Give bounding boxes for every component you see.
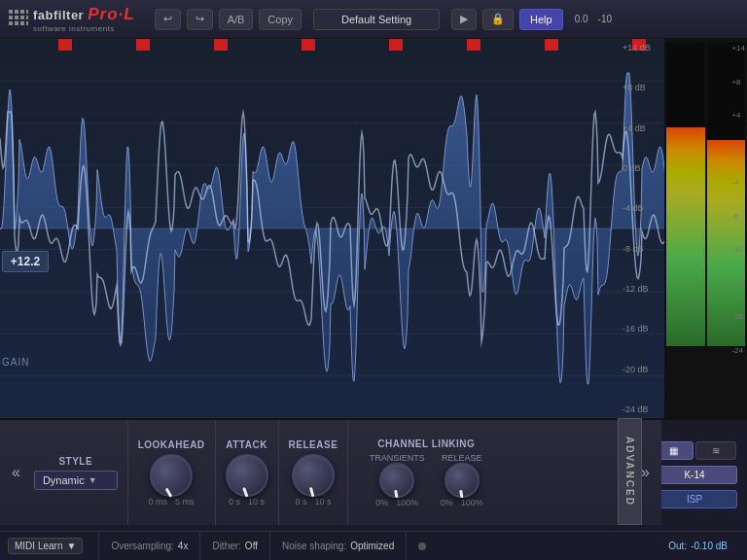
release-knob-container: 0 s 10 s [292,454,335,507]
status-dot-area [407,532,438,560]
attack-knob[interactable] [226,454,268,497]
gain-value[interactable]: +12.2 [2,251,49,272]
dither-value: Off [245,541,258,551]
db-label-0: 0 dB [622,163,661,173]
db-label-n24: -24 dB [622,404,661,414]
release-group: RELEASE 0 s 10 s [279,420,349,525]
svg-rect-8 [9,21,13,25]
db-label-8: +8 dB [622,83,661,92]
play-button[interactable]: ▶ [451,9,477,30]
lookahead-min: 0 ms [149,497,168,507]
help-button[interactable]: Help [519,9,563,30]
lookahead-knob[interactable] [150,454,193,497]
release-label: RELEASE [289,439,338,450]
release-knob[interactable] [292,454,335,497]
subtitle-text: software instruments [33,24,115,33]
preset-selector[interactable]: Default Setting [313,9,440,30]
lookahead-group: LOOKAHEAD 0 ms 5 ms [128,420,216,525]
style-label: STYLE [58,456,92,467]
midi-learn-label: MIDI Learn [15,541,62,551]
transients-min: 0% [375,498,388,508]
attack-label: ATTACK [226,439,267,450]
oversampling-area: Oversampling: 4x [99,532,200,560]
svg-rect-1 [15,10,18,14]
db-label-14: +14 dB [622,43,661,52]
ab-button[interactable]: A/B [219,9,254,30]
transients-knob[interactable] [379,463,414,498]
noise-shaping-value: Optimized [350,541,394,551]
db-label-n16: -16 dB [622,324,661,333]
noise-shaping-label: Noise shaping: [282,541,346,551]
advanced-button[interactable]: ADVANCED [618,418,642,525]
noise-shaping-area: Noise shaping: Optimized [270,532,407,560]
transients-max: 100% [396,498,418,508]
midi-learn-arrow: ▼ [66,541,76,551]
svg-rect-10 [20,21,24,25]
lookahead-range: 0 ms 5 ms [149,497,195,507]
attack-min: 0 s [229,497,240,507]
db-label-n20: -20 dB [622,365,661,374]
status-indicator [418,542,426,550]
release2-max: 100% [461,498,483,508]
db-label-n12: -12 dB [622,284,661,294]
waveform-canvas [0,39,698,418]
style-value: Dynamic [43,474,85,486]
preset-name: Default Setting [341,14,411,25]
db-labels: +14 dB +8 dB +4 dB 0 dB -4 dB -8 dB -12 … [622,39,661,418]
lookahead-label: LOOKAHEAD [138,439,205,450]
gain-label: GAIN [2,357,29,368]
release-max: 10 s [314,497,331,507]
attack-group: ATTACK 0 s 10 s [216,420,279,525]
k14-button[interactable]: K-14 [652,466,737,484]
attack-range: 0 s 10 s [229,497,265,507]
oversampling-value: 4x [178,541,189,551]
redo-button[interactable]: ↪ [187,9,213,30]
attack-max: 10 s [248,497,265,507]
nav-left-arrow[interactable]: « [8,464,24,481]
out-value: -0.10 dB [691,541,728,551]
transients-container: TRANSIENTS 0% 100% [370,453,425,508]
channel-linking-group: CHANNEL LINKING TRANSIENTS 0% 100% RELEA… [348,420,504,525]
dither-label: Dither: [212,541,240,551]
wave-view-button[interactable]: ≋ [695,441,736,460]
lock-button[interactable]: 🔒 [482,9,514,30]
dither-area: Dither: Off [200,532,270,560]
db-label-n4: -4 dB [622,203,661,213]
svg-rect-5 [15,16,18,19]
db-label-n8: -8 dB [622,244,661,254]
release2-knob[interactable] [445,463,480,498]
svg-rect-9 [15,21,18,25]
style-dropdown-arrow: ▼ [89,475,97,485]
oversampling-label: Oversampling: [111,541,173,551]
svg-rect-6 [20,16,24,19]
style-group: STYLE Dynamic ▼ [24,420,128,525]
brand-text: fabfilter [33,8,84,22]
midi-learn-button[interactable]: MIDI Learn ▼ [8,538,83,554]
transients-sublabel: TRANSIENTS [370,453,425,463]
attack-knob-container: 0 s 10 s [226,454,268,507]
meter-header-label2: -10 [598,14,612,24]
isp-button[interactable]: ISP [652,490,737,508]
release-range: 0 s 10 s [295,497,331,507]
logo-area: fabfilter Pro·L software instruments [33,5,135,33]
svg-rect-3 [26,10,28,14]
header-controls: ↩ ↪ A/B Copy Default Setting ▶ 🔒 [155,9,514,30]
style-dropdown[interactable]: Dynamic ▼ [34,471,118,490]
lookahead-max: 5 ms [175,497,195,507]
svg-rect-0 [9,10,13,14]
header: fabfilter Pro·L software instruments ↩ ↪… [0,0,747,39]
channel-linking-label: CHANNEL LINKING [377,438,475,449]
release2-container: RELEASE 0% 100% [441,453,483,508]
undo-button[interactable]: ↩ [155,9,181,30]
db-label-4: +4 dB [622,123,661,133]
release-min: 0 s [295,497,306,507]
release2-sublabel: RELEASE [442,453,482,463]
svg-rect-11 [26,21,28,25]
meter-header-label1: 0.0 [575,14,588,24]
svg-rect-4 [9,16,13,19]
copy-button[interactable]: Copy [259,9,302,30]
product-text: Pro·L [88,5,134,24]
status-bar: MIDI Learn ▼ Oversampling: 4x Dither: Of… [0,531,747,560]
release2-min: 0% [441,498,453,508]
controls-section: « STYLE Dynamic ▼ LOOKAHEAD 0 ms 5 ms AT… [0,418,661,525]
